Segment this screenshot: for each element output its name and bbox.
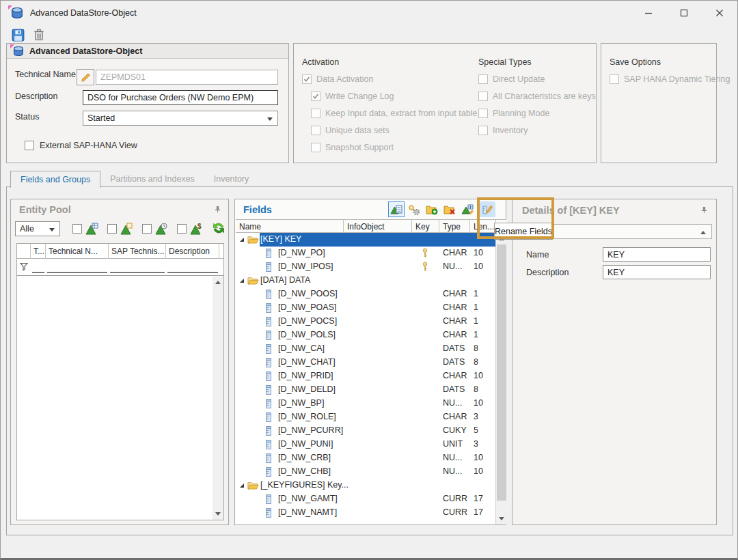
pin-icon[interactable] xyxy=(214,206,221,215)
checkbox-label: Inventory xyxy=(493,126,528,135)
field-icon xyxy=(266,426,271,438)
field-name: [D_NW_POLS] xyxy=(278,330,360,339)
field-icon xyxy=(266,440,271,451)
field-row[interactable]: [D_NW_CRB] NU... 10 xyxy=(236,451,495,465)
field-length: 1 xyxy=(474,289,478,298)
edit-technical-name-button[interactable] xyxy=(77,69,94,85)
scroll-up-button[interactable] xyxy=(213,277,223,288)
column-header-type[interactable]: T... xyxy=(31,244,46,259)
expand-arrow-icon[interactable] xyxy=(240,238,244,242)
field-type: DATS xyxy=(443,357,465,367)
field-row[interactable]: [D_NW_POLS] CHAR 1 xyxy=(236,328,495,342)
details-name-input[interactable]: KEY xyxy=(603,247,711,262)
checkbox[interactable] xyxy=(478,126,488,135)
column-header-description[interactable]: Description xyxy=(166,244,219,259)
delete-icon[interactable] xyxy=(31,27,46,42)
field-row[interactable]: [D_NW_POCS] CHAR 1 xyxy=(236,315,495,328)
entity-pool-scrollbar[interactable] xyxy=(213,277,223,520)
description-input[interactable]: DSO for Purchase Orders (NW Demo EPM) xyxy=(83,90,278,105)
column-header-selector[interactable] xyxy=(17,244,31,259)
field-row[interactable]: [D_NW_NAMT] CURR 17 xyxy=(236,506,495,520)
checkbox[interactable] xyxy=(311,126,320,135)
technical-name-input[interactable]: ZEPMDS01 xyxy=(96,70,278,85)
checkbox[interactable] xyxy=(610,74,619,84)
field-icon xyxy=(266,358,271,369)
field-length: 8 xyxy=(474,357,478,367)
tab-fields-and-groups[interactable]: Fields and Groups xyxy=(10,171,100,188)
checkbox[interactable] xyxy=(311,109,320,118)
filter-cell[interactable] xyxy=(110,261,165,273)
field-row[interactable]: [D_NW_BP] NU... 10 xyxy=(236,397,495,410)
checkbox[interactable] xyxy=(302,74,312,84)
filter-units-checkbox[interactable] xyxy=(107,224,117,234)
generate-keys-icon[interactable] xyxy=(406,201,422,217)
column-header-key[interactable]: Key xyxy=(412,220,438,233)
minimize-button[interactable] xyxy=(631,1,666,25)
column-header-type[interactable]: Type xyxy=(439,220,469,233)
field-row[interactable]: [D_NW_POOS] CHAR 1 xyxy=(236,288,495,301)
add-fields-icon[interactable] xyxy=(459,201,476,217)
tab-partitions-and-indexes[interactable]: Partitions and Indexes xyxy=(100,171,204,187)
scroll-down-button[interactable] xyxy=(213,509,223,520)
filter-time-checkbox[interactable] xyxy=(142,224,152,234)
checkbox[interactable] xyxy=(478,92,488,101)
field-length: 3 xyxy=(474,412,478,421)
column-header-technical-name[interactable]: Technical N... xyxy=(46,244,109,259)
folder-icon xyxy=(247,235,259,247)
field-row[interactable]: [D_NW_CA] DATS 8 xyxy=(236,342,495,356)
field-row[interactable]: [D_NW_CHAT] DATS 8 xyxy=(236,356,495,369)
filter-characteristics-checkbox[interactable] xyxy=(72,224,82,234)
field-row[interactable]: [D_NW_DELD] DATS 8 xyxy=(236,383,495,397)
pin-icon[interactable] xyxy=(700,206,708,216)
field-row[interactable]: [D_NW_PRID] CHAR 10 xyxy=(236,369,495,383)
field-icon xyxy=(266,385,271,397)
scroll-down-button[interactable] xyxy=(496,514,507,524)
external-hana-view-checkbox[interactable] xyxy=(25,141,34,150)
scrollbar-thumb[interactable] xyxy=(497,244,506,501)
checkbox[interactable] xyxy=(478,109,488,118)
rename-fields-icon[interactable] xyxy=(479,201,495,217)
field-row[interactable]: [D_NW_ROLE] CHAR 3 xyxy=(236,410,495,424)
refresh-icon[interactable] xyxy=(212,221,226,235)
field-row[interactable]: [D_NW_PUNI] UNIT 3 xyxy=(236,438,495,451)
field-row[interactable]: [D_NW_PO] CHAR 10 xyxy=(236,247,495,260)
tab-inventory[interactable]: Inventory xyxy=(204,171,258,187)
field-length: 10 xyxy=(474,466,483,476)
column-header-name[interactable]: Name xyxy=(236,220,342,233)
save-icon[interactable] xyxy=(10,27,25,42)
checkbox[interactable] xyxy=(311,92,320,101)
checkbox[interactable] xyxy=(478,74,488,84)
field-row[interactable]: [_KEYFIGURES] Key... xyxy=(236,479,495,492)
entity-filter-select[interactable]: Alle xyxy=(15,221,60,236)
field-row[interactable]: [D_NW_CHB] NU... 10 xyxy=(236,465,495,479)
column-header-infoobject[interactable]: InfoObject xyxy=(344,220,411,233)
field-row[interactable]: [D_NW_IPOS] NU... 10 xyxy=(236,260,495,274)
column-header-sap-technical[interactable]: SAP Technis... xyxy=(109,244,166,259)
maximize-button[interactable] xyxy=(666,1,702,25)
field-name: [D_NW_CHAT] xyxy=(278,357,360,367)
fields-scrollbar[interactable] xyxy=(495,233,506,524)
checkbox[interactable] xyxy=(311,143,320,152)
close-button[interactable] xyxy=(702,1,737,25)
hierarchy-view-icon[interactable] xyxy=(388,201,405,217)
filter-cell[interactable] xyxy=(47,261,107,273)
add-group-icon[interactable] xyxy=(424,201,440,217)
field-row[interactable]: [DATA] DATA xyxy=(236,274,495,288)
expand-arrow-icon[interactable] xyxy=(240,279,244,283)
field-row[interactable]: [D_NW_GAMT] CURR 17 xyxy=(236,492,495,506)
filter-keyfigures-checkbox[interactable] xyxy=(177,224,187,234)
field-row[interactable]: [D_NW_POAS] CHAR 1 xyxy=(236,301,495,315)
expand-arrow-icon[interactable] xyxy=(240,484,244,488)
column-header-length[interactable]: Len... xyxy=(470,220,495,233)
filter-cell[interactable] xyxy=(32,261,44,273)
field-icon xyxy=(266,508,271,520)
field-row[interactable]: [KEY] KEY xyxy=(236,233,495,247)
details-description-input[interactable]: KEY xyxy=(603,265,711,279)
status-select[interactable]: Started xyxy=(83,111,278,126)
characteristic-table-icon xyxy=(85,222,98,236)
remove-group-icon[interactable] xyxy=(441,201,458,217)
field-row[interactable]: [D_NW_PCURR] CUKY 5 xyxy=(236,424,495,438)
save-options-heading: Save Options xyxy=(610,57,730,67)
filter-cell[interactable] xyxy=(167,261,218,273)
key-icon xyxy=(422,262,428,274)
